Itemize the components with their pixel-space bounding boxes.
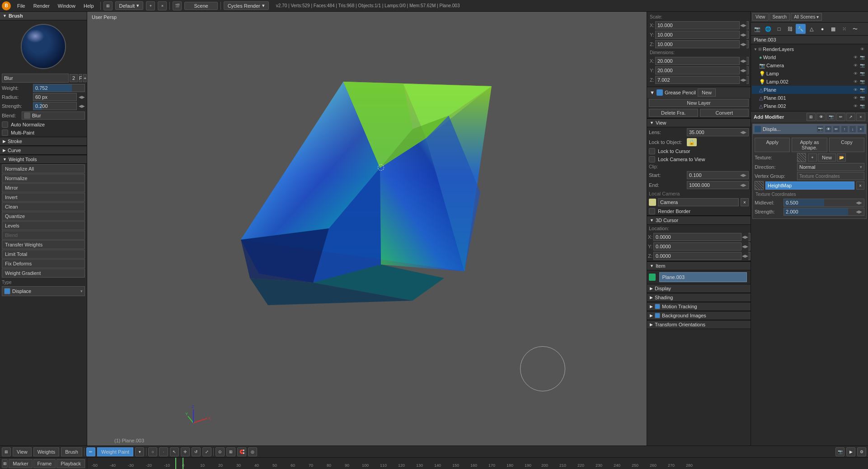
cursor-z-stepper[interactable]: ◀▶ (741, 252, 748, 260)
render-icon-bt[interactable]: ▶ (846, 447, 855, 456)
render-menu[interactable]: Render (30, 2, 53, 9)
dim-y-stepper[interactable]: ◀▶ (739, 66, 746, 74)
view-section-header[interactable]: ▼ View (647, 118, 751, 127)
scene-item-camera[interactable]: 📷 Camera 👁 📷 (752, 61, 867, 70)
help-menu[interactable]: Help (80, 2, 98, 9)
blend-btn[interactable]: Blend (2, 231, 85, 240)
cursor-z-input[interactable]: 0.0000 ◀▶ (653, 252, 751, 260)
dim-x-stepper[interactable]: ◀▶ (739, 57, 746, 65)
object-icon[interactable]: □ (774, 24, 784, 34)
auto-normalize-checkbox[interactable] (2, 121, 8, 128)
plane001-vis-icon[interactable]: 👁 (852, 95, 859, 101)
stroke-section[interactable]: ▶ Stroke (0, 137, 87, 146)
texture-icon[interactable]: ▦ (828, 24, 838, 34)
brush-f-btn[interactable]: F (79, 74, 82, 82)
cursor-y-input[interactable]: 0.0000 ◀▶ (653, 242, 751, 251)
heightmap-clear-btn[interactable]: × (856, 181, 864, 190)
mirror-btn[interactable]: Mirror (2, 183, 85, 192)
scene-item-lamp[interactable]: 💡 Lamp 👁 📷 (752, 70, 867, 78)
lock-cursor-checkbox[interactable] (649, 148, 655, 154)
scale-y-stepper[interactable]: ◀▶ (739, 31, 746, 39)
mod-camera-icon[interactable]: 📷 (826, 113, 835, 121)
scale-x-input[interactable]: 10.000 ◀▶ (655, 21, 749, 29)
scene-item-lamp002[interactable]: 💡 Lamp.002 👁 📷 (752, 78, 867, 86)
gp-convert-btn[interactable]: Convert (700, 109, 749, 117)
snap-icon[interactable]: 🧲 (237, 447, 246, 456)
multi-paint-checkbox[interactable] (2, 130, 8, 136)
invert-btn[interactable]: Invert (2, 193, 85, 202)
scene-icon[interactable]: 🎬 (173, 1, 182, 10)
levels-btn[interactable]: Levels (2, 221, 85, 230)
world-camera-vis-icon[interactable]: 📷 (859, 54, 865, 60)
world-render-icon[interactable]: 🌐 (763, 24, 773, 34)
tex-new-btn[interactable]: New (818, 153, 836, 162)
camera-vis-eye[interactable]: 👁 (852, 62, 859, 69)
displace-edit-btn[interactable]: ✏ (833, 125, 840, 133)
lamp002-render-icon[interactable]: 📷 (859, 79, 865, 85)
camera-vis-cam[interactable]: 📷 (859, 62, 865, 69)
plane002-vis-icon[interactable]: 👁 (852, 103, 859, 109)
normalize-btn[interactable]: Normalize (2, 174, 85, 183)
tex-add-icon[interactable]: + (808, 153, 817, 162)
dim-x-input[interactable]: 20.000 ◀▶ (655, 57, 749, 65)
brush-add-btn[interactable]: + (83, 74, 87, 82)
lamp-vis-icon[interactable]: 👁 (852, 70, 859, 77)
shading-section[interactable]: ▶ Shading (647, 293, 751, 302)
clean-btn[interactable]: Clean (2, 202, 85, 211)
limit-total-btn[interactable]: Limit Total (2, 250, 85, 259)
data-icon[interactable]: △ (807, 24, 816, 34)
displace-view-btn[interactable]: 👁 (825, 125, 832, 133)
item-section-header[interactable]: ▼ Item (647, 261, 751, 270)
apply-btn[interactable]: Apply (755, 138, 790, 152)
camera-render-icon[interactable]: 📷 (752, 24, 762, 34)
renderlayers-vis-icon[interactable]: 👁 (859, 46, 865, 52)
scene-item-renderlayers[interactable]: ▼ ⊞ RenderLayers 👁 (752, 45, 867, 53)
window-menu[interactable]: Window (54, 2, 79, 9)
plane001-render-icon[interactable]: 📷 (859, 95, 865, 101)
viewport-3d[interactable]: User Persp (87, 12, 647, 446)
tex-browse-icon[interactable]: 📂 (837, 153, 846, 162)
all-scenes-select[interactable]: All Scenes ▾ (791, 13, 822, 21)
viewport-type-icon[interactable]: ⊞ (2, 447, 11, 456)
cursor-3d-header[interactable]: ▼ 3D Cursor (647, 216, 751, 225)
scene-item-plane001[interactable]: △ Plane.001 👁 📷 (752, 94, 867, 102)
camera-icon-bt[interactable]: 📷 (835, 447, 845, 456)
grid-icon[interactable]: ⊞ (226, 447, 235, 456)
constraint-icon[interactable]: ⛓ (785, 24, 795, 34)
strength-input[interactable]: 0.200 (33, 102, 77, 110)
view-btn[interactable]: View (752, 13, 769, 21)
scene-item-plane[interactable]: △ Plane 👁 📷 (752, 86, 867, 94)
timeline-ruler[interactable]: -50 -40 -30 -20 -10 0 10 20 30 40 50 60 … (87, 458, 868, 469)
displace-render-btn[interactable]: 📷 (816, 125, 824, 133)
plane002-render-icon[interactable]: 📷 (859, 103, 865, 109)
file-menu[interactable]: File (14, 2, 29, 9)
weight-tools-section[interactable]: ▼ Weight Tools (0, 155, 87, 164)
draw-tool-icon[interactable]: ○ (148, 447, 157, 456)
select-icon[interactable]: ↖ (170, 447, 179, 456)
scale-x-stepper[interactable]: ◀▶ (739, 21, 746, 29)
brush-toolbar-btn[interactable]: Brush (61, 447, 82, 456)
settings-icon-bt[interactable]: ⚙ (857, 447, 866, 456)
dim-z-input[interactable]: 7.002 ◀▶ (655, 76, 749, 84)
bg-images-section[interactable]: ▶ Background Images (647, 311, 751, 320)
mod-toggle-icon[interactable]: ⊞ (807, 113, 816, 121)
playback-btn[interactable]: Playback (56, 459, 85, 468)
scene-select[interactable]: Scene (184, 2, 217, 10)
camera-input[interactable]: Camera (658, 198, 739, 206)
lock-camera-checkbox[interactable] (649, 156, 655, 163)
scale-y-input[interactable]: 10.000 ◀▶ (655, 31, 749, 39)
lamp002-vis-icon[interactable]: 👁 (852, 79, 859, 85)
translate-icon[interactable]: ✛ (181, 447, 190, 456)
direction-select[interactable]: Normal ▾ (797, 163, 864, 171)
mod-close-icon[interactable]: × (856, 113, 865, 121)
scene-item-plane002[interactable]: △ Plane.002 👁 📷 (752, 102, 867, 110)
displace-down-btn[interactable]: ↓ (849, 125, 856, 133)
quantize-btn[interactable]: Quantize (2, 212, 85, 221)
weight-input[interactable]: 0.752 (33, 84, 85, 92)
brush-name-input[interactable] (2, 74, 69, 83)
mod-eye-icon[interactable]: 👁 (816, 113, 826, 121)
display-section[interactable]: ▶ Display (647, 284, 751, 293)
plane-render-icon[interactable]: 📷 (859, 87, 865, 93)
displace-up-btn[interactable]: ↑ (841, 125, 848, 133)
cursor-y-stepper[interactable]: ◀▶ (741, 242, 748, 251)
